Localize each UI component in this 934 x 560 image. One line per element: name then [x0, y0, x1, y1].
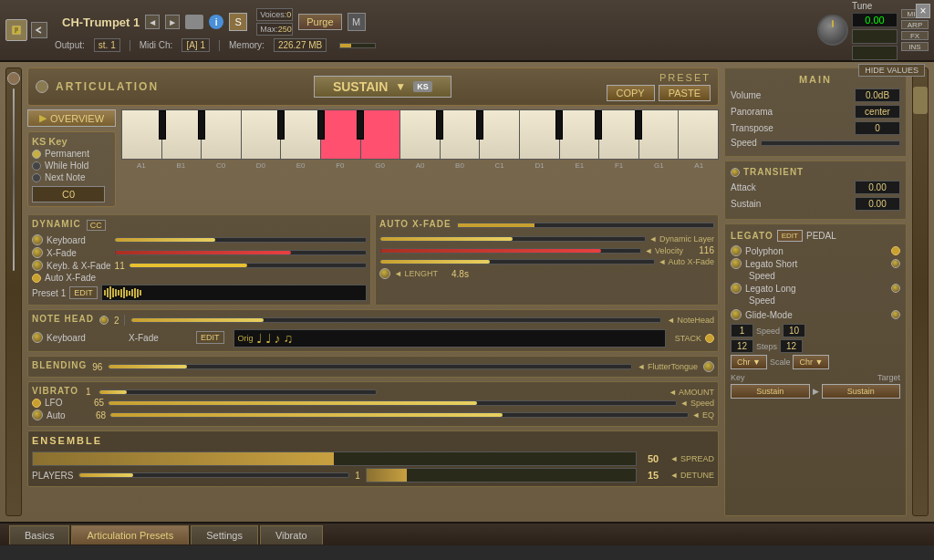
xfade-edit-button[interactable]: EDIT: [196, 331, 224, 344]
m-button[interactable]: M: [348, 13, 366, 31]
keyboard2-knob[interactable]: [32, 332, 43, 343]
dynamic-layer-slider[interactable]: [379, 236, 646, 242]
stack-label: STACK: [675, 334, 701, 343]
sustain-dropdown[interactable]: SUSTAIN ▼ KS: [314, 76, 451, 98]
xfade-knob[interactable]: [32, 247, 43, 258]
fx-side-btn[interactable]: FX: [901, 31, 929, 40]
info-button[interactable]: i: [209, 15, 223, 29]
output-label: Output:: [55, 40, 85, 50]
lfo-slider[interactable]: [108, 400, 676, 406]
lfo-label: LFO: [45, 398, 90, 408]
glide-mode-knob[interactable]: [731, 309, 742, 320]
copy-button[interactable]: COPY: [607, 85, 655, 101]
flutter-knob[interactable]: [703, 361, 714, 372]
keyb-xfade-knob[interactable]: [32, 260, 43, 271]
auto-value: 68: [96, 410, 106, 420]
polyphon-knob[interactable]: [731, 245, 742, 256]
ensemble-spread-bar[interactable]: [32, 451, 637, 466]
legato-long-knob[interactable]: [731, 283, 742, 294]
auto-slider[interactable]: [109, 412, 688, 418]
memory-value: 226.27 MB: [274, 38, 327, 52]
note-head-section: NOTE HEAD 2 ◄ NoteHead Keyboard X-Fade E…: [27, 309, 719, 352]
overview-button[interactable]: ▶ OVERVIEW: [27, 109, 116, 127]
arp-side-btn[interactable]: ARP: [901, 20, 929, 29]
auto-knob[interactable]: [32, 410, 43, 420]
speed-track: [761, 140, 900, 146]
artic-icon: [36, 80, 48, 93]
tab-settings[interactable]: Settings: [191, 525, 258, 544]
nav-prev-button[interactable]: ◄: [145, 15, 160, 29]
vibrato-main-slider[interactable]: [99, 389, 378, 395]
sustain-target-button[interactable]: Sustain: [822, 384, 901, 399]
tab-vibrato[interactable]: Vibrato: [260, 525, 323, 544]
players-slider[interactable]: [78, 472, 349, 478]
max-value: 250: [278, 25, 292, 34]
panorama-value: center: [855, 105, 900, 119]
c0-value[interactable]: C0: [32, 186, 105, 202]
blending-title: BLENDING: [32, 360, 87, 370]
ensemble-detune-bar[interactable]: [366, 468, 637, 482]
paste-button[interactable]: PASTE: [659, 85, 711, 101]
legato-short-knob[interactable]: [731, 258, 742, 269]
s-button[interactable]: S: [229, 13, 247, 31]
keyb-xfade-label: Keyb. & X-Fade: [47, 261, 111, 271]
top-bar: CH-Trumpet 1 ◄ ► i S Voices: 0 Max: 250 …: [0, 0, 934, 62]
ks-key-label: KS Key: [32, 136, 105, 147]
keyboard-knob[interactable]: [32, 234, 43, 245]
steps-val1: 12: [731, 339, 753, 353]
nav-next-button[interactable]: ►: [165, 15, 180, 29]
dynamic-title: DYNAMIC: [32, 219, 81, 229]
scroll-indicator[interactable]: [913, 87, 928, 114]
ensemble-title: ENSEMBLE: [32, 435, 102, 446]
purge-button[interactable]: Purge: [298, 14, 341, 30]
next-note-label: Next Note: [45, 172, 85, 182]
chr-dropdown2[interactable]: Chr ▼: [793, 355, 829, 369]
while-hold-radio[interactable]: [32, 161, 41, 171]
while-hold-label: While Hold: [45, 161, 88, 171]
legato-edit-button[interactable]: EDIT: [777, 230, 803, 242]
articulation-title: ARTICULATION: [56, 80, 159, 93]
max-label: Max:: [260, 25, 278, 34]
piano-keyboard[interactable]: [121, 109, 719, 160]
tune-label: Tune: [852, 1, 898, 11]
auto-label: Auto: [47, 410, 92, 420]
edit-button[interactable]: EDIT: [69, 286, 98, 299]
preset-section: PRESET COPY PASTE: [607, 72, 711, 101]
glide-dot: [891, 310, 900, 319]
xfade-slider[interactable]: [114, 250, 367, 255]
note-head-knob[interactable]: [99, 316, 109, 325]
transient-title-text: TRANSIENT: [743, 167, 804, 177]
transpose-label: Transpose: [731, 123, 773, 133]
waveform-display: [101, 285, 367, 301]
flutter-label: ◄ FlutterTongue: [638, 362, 698, 371]
note-head-slider[interactable]: [130, 317, 661, 323]
instrument-name: CH-Trumpet 1: [62, 16, 140, 29]
next-note-radio[interactable]: [32, 173, 41, 182]
legato-long-dot: [891, 284, 900, 293]
close-button[interactable]: ×: [916, 4, 930, 18]
hide-values-bar[interactable]: HIDE VALUES: [858, 64, 925, 77]
tab-articulation-presets[interactable]: Articulation Presets: [71, 525, 189, 544]
midi-value: [A] 1: [182, 38, 210, 52]
tab-basics[interactable]: Basics: [9, 525, 69, 544]
ensemble-section: ENSEMBLE 50 ◄ SPREAD PLAYERS 1 15 ◄ D: [27, 430, 719, 487]
lfo-value: 65: [94, 398, 104, 408]
velocity-slider[interactable]: [379, 248, 641, 254]
length-label: ◄ LENGHT: [394, 269, 438, 278]
sustain-source-button[interactable]: Sustain: [731, 384, 810, 399]
blending-slider[interactable]: [108, 364, 631, 369]
keyboard-slider[interactable]: [114, 237, 367, 243]
auto-xfade-label: Auto X-Fade: [45, 273, 109, 283]
chr-dropdown1[interactable]: Chr ▼: [731, 355, 767, 369]
ins-side-btn[interactable]: INS: [901, 42, 929, 51]
notehead-label: ◄ NoteHead: [667, 316, 714, 325]
tune-knob[interactable]: [817, 15, 848, 46]
length-knob[interactable]: [379, 268, 390, 279]
keyb-xfade-slider[interactable]: [129, 263, 367, 268]
legato-tab[interactable]: LEGATO: [731, 231, 773, 241]
auto-xfade2-slider[interactable]: [379, 259, 655, 264]
auto-xfade2-label: ◄ Auto X-Fade: [659, 257, 714, 266]
pedal-tab[interactable]: PEDAL: [806, 231, 836, 241]
permanent-radio[interactable]: [32, 150, 41, 159]
steps-label: Steps: [756, 342, 777, 351]
